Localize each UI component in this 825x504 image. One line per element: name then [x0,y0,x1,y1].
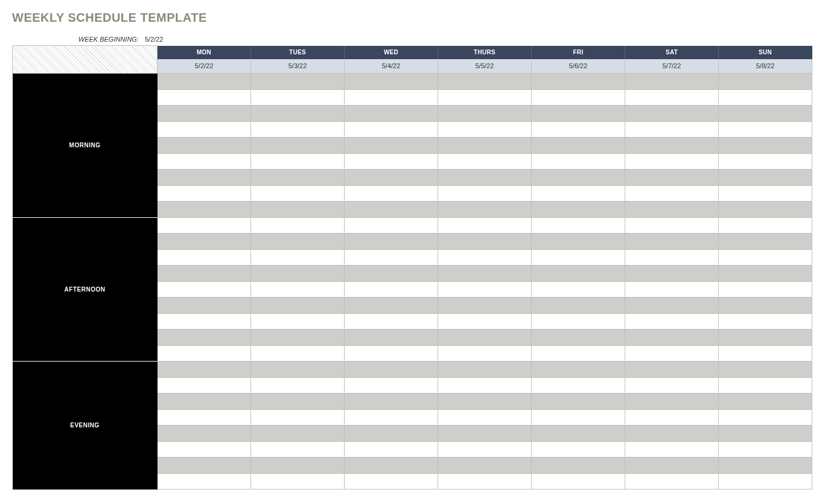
schedule-cell[interactable] [251,185,345,202]
schedule-cell[interactable] [438,202,532,218]
week-beginning-value[interactable]: 5/2/22 [145,36,164,43]
schedule-cell[interactable] [158,106,251,122]
schedule-cell[interactable] [719,138,812,154]
schedule-cell[interactable] [532,185,625,202]
schedule-cell[interactable] [345,298,438,314]
schedule-cell[interactable] [532,473,625,490]
schedule-cell[interactable] [719,441,812,458]
schedule-cell[interactable] [719,426,812,442]
schedule-cell[interactable] [625,234,719,250]
schedule-cell[interactable] [532,249,625,266]
schedule-cell[interactable] [251,202,345,218]
schedule-cell[interactable] [625,202,719,218]
schedule-cell[interactable] [438,170,532,186]
schedule-cell[interactable] [625,89,719,106]
schedule-cell[interactable] [625,249,719,266]
schedule-cell[interactable] [719,170,812,186]
schedule-cell[interactable] [532,298,625,314]
schedule-cell[interactable] [251,266,345,282]
schedule-cell[interactable] [158,458,251,474]
schedule-cell[interactable] [625,409,719,426]
schedule-cell[interactable] [345,473,438,490]
schedule-cell[interactable] [532,202,625,218]
schedule-cell[interactable] [532,426,625,442]
schedule-cell[interactable] [158,313,251,330]
schedule-cell[interactable] [625,313,719,330]
schedule-cell[interactable] [532,377,625,394]
schedule-cell[interactable] [625,106,719,122]
schedule-cell[interactable] [438,281,532,298]
schedule-cell[interactable] [345,313,438,330]
schedule-cell[interactable] [158,121,251,138]
schedule-cell[interactable] [438,473,532,490]
schedule-cell[interactable] [719,202,812,218]
schedule-cell[interactable] [158,249,251,266]
schedule-cell[interactable] [438,121,532,138]
schedule-cell[interactable] [345,281,438,298]
schedule-cell[interactable] [438,394,532,410]
schedule-cell[interactable] [438,330,532,346]
schedule-cell[interactable] [158,281,251,298]
schedule-cell[interactable] [719,74,812,90]
schedule-cell[interactable] [251,217,345,234]
schedule-cell[interactable] [625,281,719,298]
schedule-cell[interactable] [719,106,812,122]
schedule-cell[interactable] [345,345,438,362]
schedule-cell[interactable] [251,377,345,394]
schedule-cell[interactable] [251,473,345,490]
schedule-cell[interactable] [158,202,251,218]
schedule-cell[interactable] [719,409,812,426]
schedule-cell[interactable] [719,185,812,202]
schedule-cell[interactable] [251,89,345,106]
schedule-cell[interactable] [158,377,251,394]
schedule-cell[interactable] [251,458,345,474]
schedule-cell[interactable] [158,330,251,346]
schedule-cell[interactable] [251,106,345,122]
schedule-cell[interactable] [719,458,812,474]
schedule-cell[interactable] [719,234,812,250]
schedule-cell[interactable] [158,170,251,186]
schedule-cell[interactable] [532,170,625,186]
schedule-cell[interactable] [438,426,532,442]
schedule-cell[interactable] [251,153,345,170]
schedule-cell[interactable] [438,409,532,426]
schedule-cell[interactable] [158,394,251,410]
schedule-cell[interactable] [158,74,251,90]
schedule-cell[interactable] [345,217,438,234]
schedule-cell[interactable] [158,298,251,314]
schedule-cell[interactable] [532,330,625,346]
schedule-cell[interactable] [625,138,719,154]
schedule-cell[interactable] [719,377,812,394]
schedule-cell[interactable] [532,458,625,474]
schedule-cell[interactable] [158,217,251,234]
schedule-cell[interactable] [345,377,438,394]
schedule-cell[interactable] [345,89,438,106]
schedule-cell[interactable] [438,266,532,282]
schedule-cell[interactable] [532,362,625,378]
schedule-cell[interactable] [251,170,345,186]
schedule-cell[interactable] [345,426,438,442]
schedule-cell[interactable] [438,377,532,394]
schedule-cell[interactable] [158,441,251,458]
schedule-cell[interactable] [251,313,345,330]
schedule-cell[interactable] [438,345,532,362]
schedule-cell[interactable] [625,153,719,170]
schedule-cell[interactable] [532,345,625,362]
schedule-cell[interactable] [251,234,345,250]
schedule-cell[interactable] [719,217,812,234]
schedule-cell[interactable] [158,409,251,426]
schedule-cell[interactable] [251,441,345,458]
schedule-cell[interactable] [158,185,251,202]
schedule-cell[interactable] [719,345,812,362]
schedule-cell[interactable] [625,473,719,490]
schedule-cell[interactable] [251,345,345,362]
schedule-cell[interactable] [719,330,812,346]
schedule-cell[interactable] [625,266,719,282]
schedule-cell[interactable] [532,138,625,154]
schedule-cell[interactable] [158,89,251,106]
schedule-cell[interactable] [438,138,532,154]
schedule-cell[interactable] [251,426,345,442]
schedule-cell[interactable] [719,121,812,138]
schedule-cell[interactable] [345,266,438,282]
schedule-cell[interactable] [532,266,625,282]
